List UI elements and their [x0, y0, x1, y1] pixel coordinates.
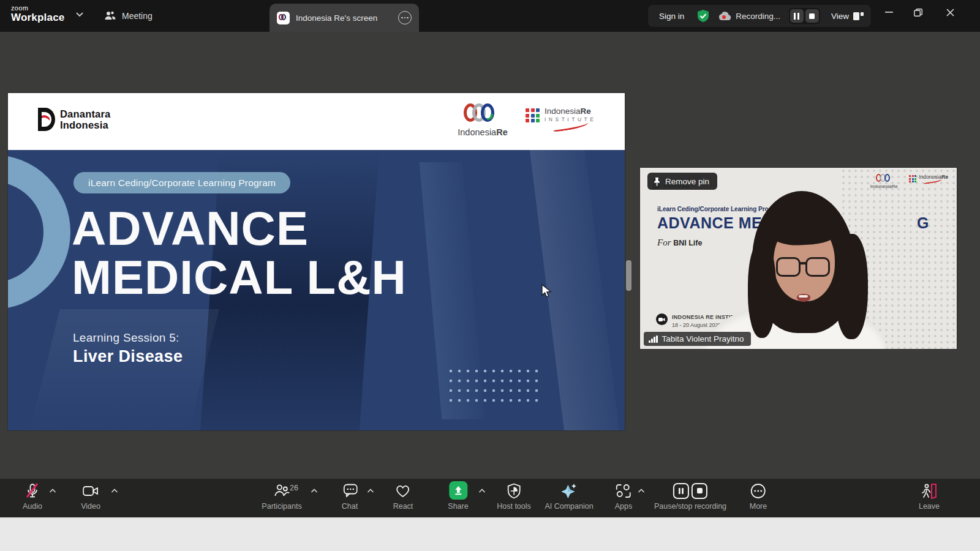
video-bg-title-end: G	[917, 214, 929, 232]
share-chevron-icon[interactable]	[479, 489, 486, 493]
camera-icon	[83, 485, 99, 497]
indonesiare-rings-icon	[449, 100, 516, 127]
layout-view-icon	[853, 12, 864, 21]
audio-label: Audio	[23, 502, 42, 511]
pause-stop-recording-button[interactable]: Pause/stop recording	[654, 482, 726, 511]
institute-sub: INSTITUTE	[545, 116, 596, 122]
video-indonesiare-label: IndonesiaRe	[869, 184, 899, 189]
slide-title-line1: ADVANCE	[72, 204, 407, 253]
minimize-button[interactable]	[875, 0, 903, 24]
video-bg-for-line: For BNI Life	[657, 238, 702, 248]
video-bg-logos: IndonesiaRe IndonesiaRe	[869, 174, 948, 192]
pin-icon	[653, 177, 661, 186]
more-button[interactable]: More	[750, 482, 767, 511]
video-indonesiare-logo: IndonesiaRe	[869, 174, 899, 192]
ai-companion-button[interactable]: AI Companion	[545, 482, 593, 511]
pinned-video-tile[interactable]: Danantara Indonesia IndonesiaRe Indonesi…	[640, 168, 957, 349]
apps-chevron-icon[interactable]	[638, 489, 645, 493]
apps-button[interactable]: Apps	[615, 482, 633, 511]
institute-name: Indonesia	[545, 107, 581, 116]
chat-button[interactable]: Chat	[342, 482, 358, 511]
program-badge: iLearn Ceding/Corporate Learning Program	[74, 172, 290, 193]
participants-count: 26	[290, 484, 298, 492]
session-label: Learning Session 5:	[73, 331, 179, 345]
host-tools-label: Host tools	[497, 502, 531, 511]
cloud-recording-icon	[718, 12, 732, 21]
share-label: Share	[448, 502, 468, 511]
pause-recording-icon[interactable]	[790, 9, 804, 23]
participant-hair-left	[748, 241, 776, 338]
leave-button[interactable]: Leave	[919, 482, 940, 511]
apps-label: Apps	[615, 502, 633, 511]
participant-mouth	[797, 294, 810, 302]
slide-body: iLearn Ceding/Corporate Learning Program…	[8, 150, 625, 430]
tab-meeting-label: Meeting	[122, 11, 153, 21]
tab-meeting[interactable]: Meeting	[104, 7, 153, 24]
chat-chevron-icon[interactable]	[368, 489, 374, 493]
tab-shared-screen[interactable]: Indonesia Re's screen	[270, 4, 419, 32]
participant-hair-right	[835, 234, 868, 339]
chat-icon	[342, 484, 358, 498]
tab-options-icon[interactable]	[398, 11, 412, 24]
video-button[interactable]: Video	[81, 482, 100, 511]
video-bg-camera-icon	[656, 313, 668, 325]
chevron-down-icon[interactable]	[76, 12, 83, 17]
titlebar-controls: Sign in Recording...	[648, 5, 871, 27]
participant-name: Tabita Violent Prayitno	[662, 334, 744, 343]
indonesiare-name: Indonesia	[458, 127, 496, 137]
scrollbar-thumb[interactable]	[626, 260, 631, 291]
stop-recording-icon[interactable]	[805, 9, 819, 23]
video-institute-logo: IndonesiaRe	[909, 174, 948, 183]
indonesiare-institute-logo: IndonesiaRe INSTITUTE	[526, 107, 596, 130]
stop-recording-toolbar-icon[interactable]	[692, 483, 707, 499]
danantara-line2: Indonesia	[60, 119, 111, 130]
security-shield-icon[interactable]	[696, 9, 710, 23]
video-bg-dates: 18 - 20 August 2025	[672, 322, 722, 328]
shared-screen-tab-icon	[277, 12, 290, 24]
hallway-floor	[29, 309, 219, 430]
indonesiare-re: Re	[496, 127, 508, 137]
decorative-dot-grid	[447, 366, 540, 404]
zoom-meeting-window: zoom Workplace Meeting Indonesia Re's sc…	[0, 0, 980, 551]
mouse-cursor	[541, 284, 552, 299]
tab-shared-screen-label: Indonesia Re's screen	[296, 13, 392, 23]
participants-chevron-icon[interactable]	[311, 489, 318, 493]
close-button[interactable]	[936, 0, 964, 24]
heart-icon	[395, 484, 411, 498]
share-button[interactable]: Share	[448, 482, 468, 511]
recording-label: Recording...	[736, 12, 780, 21]
danantara-logo: Danantara Indonesia	[37, 108, 111, 131]
share-icon	[449, 481, 467, 500]
participant-glasses	[776, 257, 835, 278]
ai-companion-icon	[560, 483, 578, 499]
session-title: Liver Disease	[73, 347, 183, 366]
institute-re: Re	[581, 107, 591, 116]
indonesiare-logo: IndonesiaRe	[449, 100, 516, 137]
shield-icon	[507, 483, 521, 499]
restore-button[interactable]	[904, 0, 932, 24]
remove-pin-button[interactable]: Remove pin	[647, 173, 717, 190]
video-for-name: BNI Life	[673, 239, 702, 247]
participants-label: Participants	[262, 502, 301, 511]
brand-workplace: Workplace	[11, 12, 64, 24]
recording-controls	[789, 8, 820, 24]
sign-in-button[interactable]: Sign in	[655, 12, 688, 21]
audio-button[interactable]: Audio	[23, 482, 42, 511]
host-tools-button[interactable]: Host tools	[497, 482, 531, 511]
participants-button[interactable]: 26 Participants	[262, 482, 301, 511]
remove-pin-label: Remove pin	[665, 177, 709, 186]
mic-muted-icon	[24, 482, 40, 500]
audio-chevron-icon[interactable]	[50, 489, 56, 493]
pause-recording-toolbar-icon[interactable]	[673, 483, 689, 499]
view-label: View	[831, 12, 849, 21]
video-for-script: For	[657, 238, 671, 247]
slide-title-line2: MEDICAL L&H	[72, 253, 407, 302]
decorative-ring	[8, 155, 70, 309]
recording-indicator: Recording...	[718, 12, 780, 21]
video-chevron-icon[interactable]	[111, 489, 118, 493]
people-icon	[104, 11, 116, 21]
more-label: More	[750, 502, 767, 511]
view-button[interactable]: View	[829, 12, 864, 21]
institute-swoosh	[553, 121, 589, 132]
react-button[interactable]: React	[393, 482, 413, 511]
